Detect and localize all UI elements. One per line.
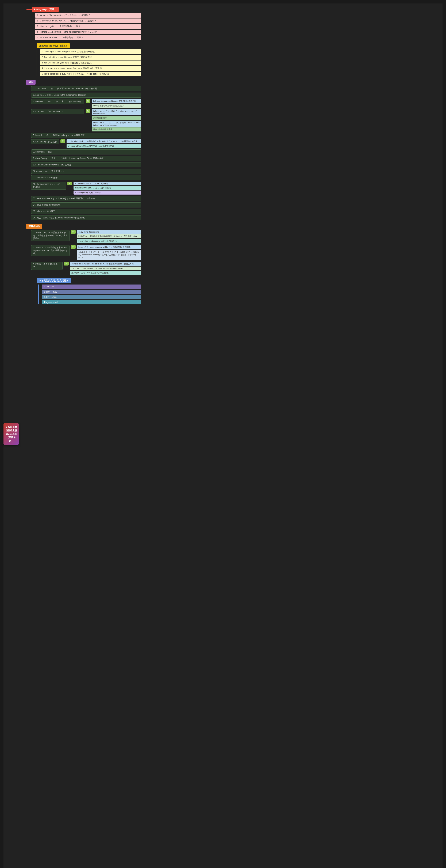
antonym-4: 4 big—— small [42, 300, 141, 304]
asking-ways-section: Asking ways（问路） 1．Where is (the nearest)… [26, 7, 141, 40]
showing-item-1: 1. Go straight down / along this street.… [40, 49, 141, 54]
key-point-3: 3. if 引导一个表示假设的句子。 析 If I have much mone… [31, 262, 141, 275]
showing-ways-label: Showing the ways （指路） [37, 43, 70, 48]
antonym-1: 1new—old [42, 284, 141, 289]
showing-item-5: 5. You'd better take a bus. 你最好坐公交车去。（Yo… [40, 72, 141, 76]
asking-item-5: 5．Which is the way to ……? 哪条是去……的路？ [35, 35, 141, 40]
showing-ways-section: Showing the ways （指路） 1. Go straight dow… [26, 43, 141, 76]
sidebar-label: 人教版七年级英语上册知识点总结（第四单元） [3, 423, 19, 445]
key-points-section: 重难点解析 1．enjoy doing sth 享受做某事的乐趣，喜爱做某事 I… [26, 224, 141, 275]
page: 人教版七年级英语上册知识点总结（第四单元） Asking ways（问路） 1．… [3, 3, 443, 868]
vocab-item-8: 8. down /along…… 沿着……（街道） down/along Cen… [31, 156, 141, 161]
vocab-item-14: 14. have a good trip 旅途愉快 [31, 203, 141, 208]
vocab-item-7: 7. go straight 一直走 [31, 149, 141, 154]
vocab-item-2: 2. next to…… 紧靠…… next to the supermarke… [31, 93, 141, 98]
vocab-item-13: 13. have fun=have a good time=enjoy ones… [31, 196, 141, 201]
showing-item-3: 3. You will find it on your right. 你会在你右… [40, 61, 141, 65]
vocab-label: 词组 [26, 80, 36, 85]
key-points-label: 重难点解析 [26, 224, 42, 229]
asking-item-3: 3．How can I get to ……? 我怎样到达……呢？ [35, 24, 141, 29]
key-point-1: 1．enjoy doing sth 享受做某事的乐趣，喜爱做某事 I enjoy… [31, 230, 141, 243]
antonyms-section: 本单元的反义词、近义词配对 1new—old 2 quiet— busy 3 d… [26, 278, 141, 304]
vocab-item-12: 12. the beginning of……….的开始,前端 析 at the … [31, 182, 141, 194]
vocab-item-3: 3. between……and…… 在……和……之间 / among 析 bet… [31, 99, 141, 108]
vocab-item-16: 16. 到达：get to +地方 get here/ there/ home … [31, 215, 141, 220]
antonym-3: 3 dirty—clean [42, 295, 141, 299]
vocab-item-4: 4. in front of……和in the front of…… 析 in … [31, 109, 141, 131]
antonym-2: 2 quiet— busy [42, 290, 141, 294]
vocab-item-9: 9. in the neighborhood=near here 在附近 [31, 162, 141, 167]
showing-item-2: 2. Turn left at the second turning. 在第二个… [40, 55, 141, 60]
asking-ways-label: Asking ways（问路） [32, 7, 59, 12]
vocab-section: 词组 1. across from ……在……的对面 across from t… [26, 80, 141, 220]
asking-item-4: 4．Is there …… near here / in the neighbo… [35, 30, 141, 34]
vocab-item-15: 15. take a taxi 坐出租车 [31, 209, 141, 214]
vocab-item-11: 11. take /have a walk 散步 [31, 175, 141, 180]
key-point-2: 2．hope to do sth 希望做某事 I hope to pass th… [31, 245, 141, 260]
showing-item-4: 4. It is about one hundred metres from h… [40, 66, 141, 71]
antonyms-label: 本单元的反义词、近义词配对 [37, 278, 71, 283]
vocab-item-6: 6. turn left/ right 向左/右拐 析 on the left/… [31, 139, 141, 148]
vocab-item-1: 1. across from ……在……的对面 across from the … [31, 86, 141, 91]
asking-item-2: 2．Can you tell me the way to ……? 你能告诉我去…… [35, 19, 141, 23]
asking-item-1: 1．Where is (the nearest) ……? （最近的）……在哪里？ [35, 13, 141, 18]
vocab-item-5: 5. behind…… 在……后面 behind my house 在我家后面 [31, 133, 141, 138]
vocab-item-10: 10 welcome to…… 欢迎来到…… [31, 169, 141, 174]
